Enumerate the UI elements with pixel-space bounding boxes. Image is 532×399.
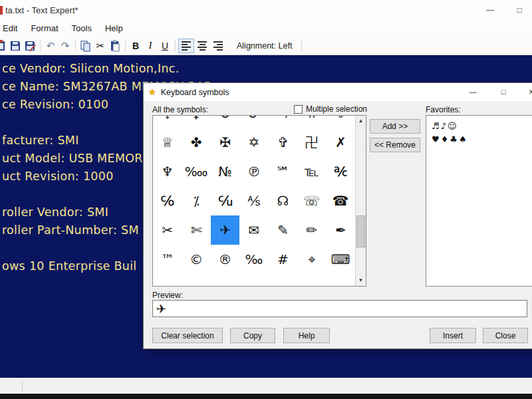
symbol-cell[interactable]: ☿: [153, 115, 182, 128]
symbol-cell[interactable]: ✒: [327, 215, 355, 245]
close-button[interactable]: Close: [483, 328, 528, 343]
save-icon[interactable]: [8, 39, 23, 53]
redo-icon[interactable]: ↷: [58, 39, 72, 53]
symbol-cell[interactable]: ℆: [211, 186, 239, 215]
symbol-cell[interactable]: ⁒: [182, 186, 210, 215]
all-symbols-label: All the symbols:: [152, 105, 208, 114]
symbol-cell[interactable]: ✂: [153, 215, 182, 245]
menu-edit[interactable]: Edit: [0, 21, 24, 36]
favorites-label: Favorites:: [426, 105, 461, 114]
symbol-cell[interactable]: ♂: [239, 115, 268, 128]
symbol-cell[interactable]: ☏: [297, 186, 326, 215]
partial-toolbar-icon[interactable]: [0, 39, 8, 53]
underline-button[interactable]: U: [158, 39, 172, 53]
symbol-cell[interactable]: ©: [182, 245, 210, 274]
menu-help[interactable]: Help: [98, 21, 130, 36]
favorites-row: ♥♦♣♠: [432, 133, 532, 146]
symbol-cell[interactable]: ✠: [211, 128, 239, 157]
scroll-down-icon[interactable]: ▼: [356, 275, 366, 286]
help-button[interactable]: Help: [283, 328, 330, 343]
symbol-cell[interactable]: ☊: [269, 186, 297, 215]
symbol-cell[interactable]: ⌖: [297, 245, 326, 274]
symbol-cell[interactable]: ℠: [269, 157, 297, 186]
remove-button[interactable]: << Remove: [370, 138, 420, 152]
dialog-close-button[interactable]: ✕: [520, 86, 532, 98]
symbol-cell[interactable]: 卍: [297, 128, 326, 157]
favorites-row: ♬♪☺: [432, 120, 532, 133]
undo-icon[interactable]: ↶: [43, 39, 58, 53]
copy-button[interactable]: Copy: [230, 328, 275, 343]
symbol-cell[interactable]: ✡: [239, 128, 268, 157]
symbol-cell[interactable]: ✄: [182, 215, 210, 245]
multiple-selection-checkbox-row: Multiple selection: [294, 104, 367, 114]
symbol-cell[interactable]: ™: [153, 245, 182, 274]
align-right-button[interactable]: [210, 39, 226, 53]
symbol-cell[interactable]: ℀: [327, 157, 355, 186]
symbol-cell[interactable]: ✗: [327, 128, 355, 157]
maximize-button[interactable]: □: [509, 4, 529, 16]
dialog-titlebar: ★ Keyboard symbols — □ ✕: [144, 83, 532, 101]
alignment-status-label: Alignment: Left: [237, 41, 292, 51]
minimize-button[interactable]: —: [480, 4, 500, 16]
symbol-cell-selected[interactable]: ✈: [211, 215, 239, 245]
symbol-cell[interactable]: ♁: [211, 115, 239, 128]
favorites-panel[interactable]: ♬♪☺ ♥♦♣♠: [426, 115, 532, 287]
save-as-icon[interactable]: [23, 39, 37, 53]
symbol-cell[interactable]: ♕: [153, 128, 182, 157]
symbol-cell[interactable]: ✎: [269, 215, 297, 245]
clear-selection-button[interactable]: Clear selection: [152, 328, 223, 343]
italic-button[interactable]: I: [143, 39, 158, 53]
symbol-cell[interactable]: ✤: [182, 128, 210, 157]
symbol-cell[interactable]: ♅: [327, 115, 355, 128]
preview-field[interactable]: ✈: [152, 300, 527, 317]
symbol-cell[interactable]: ⅍: [239, 186, 268, 215]
symbol-cell[interactable]: ‰: [239, 245, 268, 274]
preview-symbol: ✈: [156, 302, 166, 316]
symbol-cell[interactable]: ℗: [239, 157, 268, 186]
align-center-button[interactable]: [194, 39, 210, 53]
window-title: ta.txt - Text Expert*: [5, 5, 78, 15]
symbol-cell[interactable]: #: [269, 245, 297, 274]
cut-icon[interactable]: ✂: [93, 39, 108, 53]
menu-format[interactable]: Format: [24, 21, 65, 36]
toolbar-separator: [75, 40, 76, 52]
dialog-title: Keyboard symbols: [161, 88, 229, 97]
symbols-scrollbar[interactable]: ▲ ▼: [355, 116, 366, 286]
symbol-cell[interactable]: ♀: [182, 115, 210, 128]
paste-icon[interactable]: [108, 39, 122, 53]
symbol-cell[interactable]: ♆: [153, 157, 182, 186]
preview-label: Preview:: [152, 291, 183, 300]
dialog-maximize-button[interactable]: □: [492, 86, 515, 98]
symbol-cell[interactable]: ♄: [297, 115, 326, 128]
multiple-selection-checkbox[interactable]: [294, 105, 303, 114]
symbol-cell[interactable]: ®: [211, 245, 239, 274]
status-separator: [22, 381, 23, 392]
toolbar-separator: [40, 40, 41, 52]
status-bar: [0, 378, 532, 394]
symbol-cell[interactable]: ⌨: [327, 245, 355, 274]
symbol-cell[interactable]: ☎: [327, 186, 355, 215]
bold-button[interactable]: B: [128, 39, 143, 53]
symbol-cell[interactable]: ✏: [297, 215, 326, 245]
symbol-cell[interactable]: ✞: [269, 128, 297, 157]
symbol-cell[interactable]: ℡: [297, 157, 326, 186]
copy-icon[interactable]: [78, 39, 93, 53]
toolbar-separator: [175, 40, 176, 52]
menu-tools[interactable]: Tools: [65, 21, 98, 36]
scrollbar-thumb[interactable]: [356, 215, 365, 247]
symbol-cell[interactable]: ‱: [182, 157, 210, 186]
scroll-up-icon[interactable]: ▲: [356, 116, 366, 126]
dialog-minimize-button[interactable]: —: [462, 86, 484, 98]
insert-button[interactable]: Insert: [430, 328, 476, 343]
symbols-grid: ☿ ♀ ♁ ♂ ♃ ♄ ♅ ♕ ✤ ✠ ✡ ✞ 卍 ✗ ♆ ‱ № ℗ ℠ ℡: [153, 115, 355, 274]
symbol-cell[interactable]: ✉: [239, 215, 268, 245]
symbol-cell[interactable]: ♃: [269, 115, 297, 128]
symbols-grid-panel: ☿ ♀ ♁ ♂ ♃ ♄ ♅ ♕ ✤ ✠ ✡ ✞ 卍 ✗ ♆ ‱ № ℗ ℠ ℡: [152, 115, 366, 287]
desktop-strip: [0, 394, 532, 399]
symbol-cell[interactable]: №: [211, 157, 239, 186]
symbol-cell[interactable]: ℅: [153, 186, 182, 215]
align-left-button[interactable]: [178, 39, 194, 53]
star-icon: ★: [148, 87, 156, 97]
add-button[interactable]: Add >>: [370, 119, 420, 134]
toolbar-separator: [125, 40, 126, 52]
